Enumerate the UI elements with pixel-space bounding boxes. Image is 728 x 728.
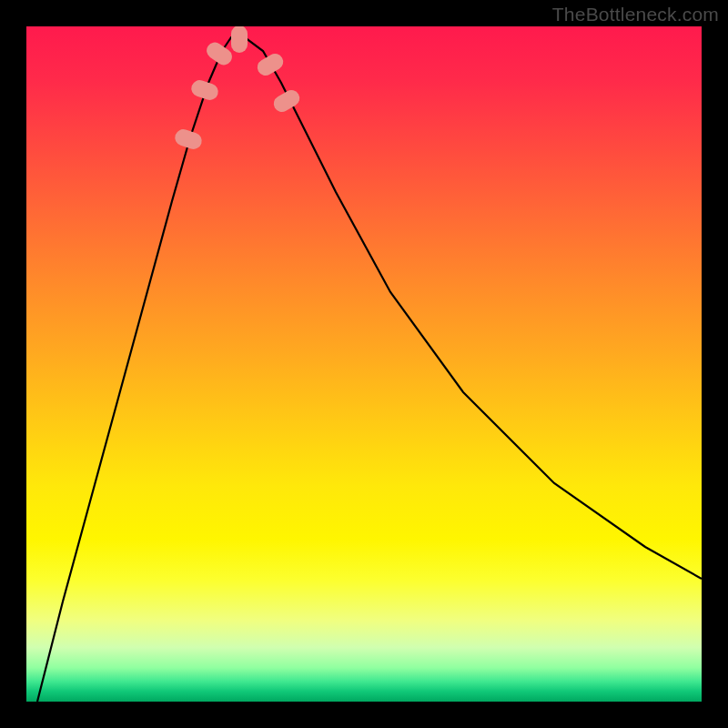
curve-marker	[271, 87, 303, 116]
curve-marker	[189, 78, 220, 102]
chart-frame	[26, 26, 702, 702]
curve-marker	[255, 51, 287, 79]
bottleneck-curve-path	[37, 37, 702, 702]
bottleneck-curve	[37, 37, 702, 702]
chart-plot	[26, 26, 702, 702]
curve-marker	[231, 26, 248, 53]
curve-marker	[204, 39, 236, 68]
curve-marker	[173, 127, 204, 151]
watermark-text: TheBottleneck.com	[552, 4, 719, 25]
